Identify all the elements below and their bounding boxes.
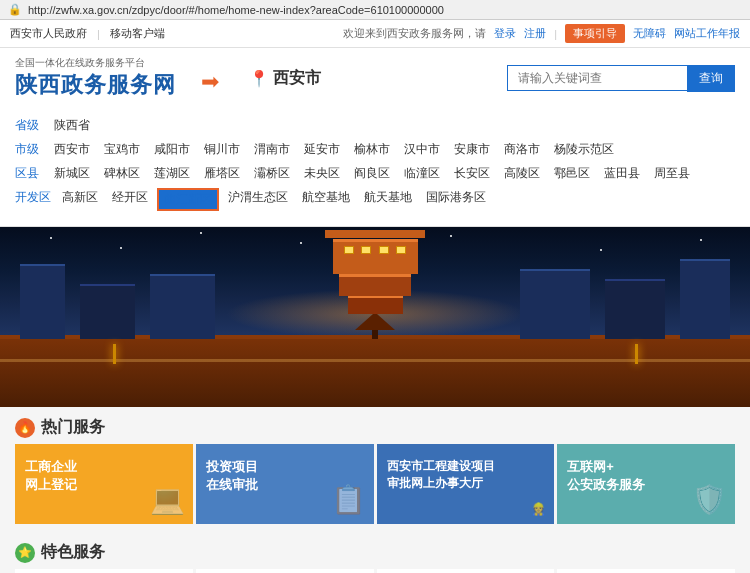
dev-intl-port[interactable]: 国际港务区 bbox=[421, 188, 491, 211]
top-nav-right: 欢迎来到西安政务服务网，请 登录 注册 | 事项引导 无障碍 网站工作年报 bbox=[343, 24, 740, 43]
shield-icon: 🛡️ bbox=[692, 483, 727, 516]
district-lantian[interactable]: 蓝田县 bbox=[599, 164, 645, 183]
dev-huwei[interactable]: 沪渭生态区 bbox=[223, 188, 293, 211]
gov-link[interactable]: 西安市人民政府 bbox=[10, 26, 87, 41]
star bbox=[450, 235, 452, 237]
register-link[interactable]: 注册 bbox=[524, 26, 546, 41]
dev-aerospace[interactable]: 航天基地 bbox=[359, 188, 417, 211]
star bbox=[120, 247, 122, 249]
browser-bar: 🔒 http://zwfw.xa.gov.cn/zdpyc/door/#/hom… bbox=[0, 0, 750, 20]
security-icon: 🔒 bbox=[8, 3, 22, 16]
city-yulin[interactable]: 榆林市 bbox=[349, 140, 395, 159]
special-services-title: 特色服务 bbox=[41, 542, 105, 563]
workers-icon: 👷 bbox=[531, 502, 546, 516]
no-barrier-link[interactable]: 无障碍 bbox=[633, 26, 666, 41]
star bbox=[300, 242, 302, 244]
city-selector[interactable]: 📍 西安市 bbox=[249, 68, 321, 89]
district-baqiao[interactable]: 灞桥区 bbox=[249, 164, 295, 183]
district-beilin[interactable]: 碑林区 bbox=[99, 164, 145, 183]
service-card-investment[interactable]: 投资项目在线审批 📋 bbox=[196, 444, 374, 524]
city-xianyang[interactable]: 咸阳市 bbox=[149, 140, 195, 159]
city-row: 市级 西安市 宝鸡市 咸阳市 铜川市 渭南市 延安市 榆林市 汉中市 安康市 商… bbox=[15, 140, 735, 159]
building-right bbox=[520, 269, 590, 339]
search-input[interactable] bbox=[507, 65, 687, 91]
province-items: 陕西省 bbox=[49, 116, 95, 135]
nav-separator: | bbox=[97, 28, 100, 40]
district-label: 区县 bbox=[15, 164, 43, 182]
search-bar: 查询 bbox=[507, 65, 735, 92]
city-label: 市级 bbox=[15, 140, 43, 158]
building-mid-left bbox=[80, 284, 135, 339]
hot-services-grid: 工商企业网上登记 💻 投资项目在线审批 📋 西安市工程建设项目审批网上办事大厅 … bbox=[0, 444, 750, 532]
service-card-internet-plus-title: 互联网+公安政务服务 bbox=[567, 458, 645, 494]
province-row: 省级 陕西省 bbox=[15, 116, 735, 135]
dev-row: 开发区 高新区 经开区 曲江新区 沪渭生态区 航空基地 航天基地 国际港务区 bbox=[15, 188, 735, 211]
special-services-grid: new 利企便民政策一码通 📖 一件事一次办 📄 出入境证件便利化服务 ✈️ 跑… bbox=[0, 569, 750, 573]
dev-qujiang[interactable]: 曲江新区 bbox=[157, 188, 219, 211]
city-yangling[interactable]: 杨陵示范区 bbox=[549, 140, 619, 159]
district-yanta[interactable]: 雁塔区 bbox=[199, 164, 245, 183]
special-card-policy[interactable]: new 利企便民政策一码通 📖 bbox=[15, 569, 193, 573]
service-card-internet-plus[interactable]: 互联网+公安政务服务 🛡️ bbox=[557, 444, 735, 524]
district-huyi[interactable]: 鄠邑区 bbox=[549, 164, 595, 183]
district-zhouzhi[interactable]: 周至县 bbox=[649, 164, 695, 183]
special-card-border[interactable]: 出入境证件便利化服务 ✈️ bbox=[377, 569, 555, 573]
hot-services-icon: 🔥 bbox=[15, 418, 35, 438]
city-baoji[interactable]: 宝鸡市 bbox=[99, 140, 145, 159]
special-services-icon: ⭐ bbox=[15, 543, 35, 563]
district-lintong[interactable]: 临潼区 bbox=[399, 164, 445, 183]
header: 全国一体化在线政务服务平台 陕西政务服务网 ➡ 📍 西安市 查询 bbox=[0, 48, 750, 108]
annual-report-link[interactable]: 网站工作年报 bbox=[674, 26, 740, 41]
city-weinan[interactable]: 渭南市 bbox=[249, 140, 295, 159]
dev-gaoxin[interactable]: 高新区 bbox=[57, 188, 103, 211]
hot-services-title: 热门服务 bbox=[41, 417, 105, 438]
service-card-business-title: 工商企业网上登记 bbox=[25, 458, 77, 494]
site-name: 陕西政务服务网 bbox=[15, 70, 176, 100]
city-tongchuan[interactable]: 铜川市 bbox=[199, 140, 245, 159]
search-button[interactable]: 查询 bbox=[687, 65, 735, 92]
welcome-text: 欢迎来到西安政务服务网，请 bbox=[343, 26, 486, 41]
district-yanliang[interactable]: 阎良区 bbox=[349, 164, 395, 183]
doc-icon: 📋 bbox=[331, 483, 366, 516]
province-label: 省级 bbox=[15, 116, 43, 134]
dev-aviation[interactable]: 航空基地 bbox=[297, 188, 355, 211]
star bbox=[600, 249, 602, 251]
city-yanan[interactable]: 延安市 bbox=[299, 140, 345, 159]
special-card-onestop[interactable]: 一件事一次办 📄 bbox=[196, 569, 374, 573]
building-mid-right bbox=[605, 279, 665, 339]
district-row: 区县 新城区 碑林区 莲湖区 雁塔区 灞桥区 未央区 阎良区 临潼区 长安区 高… bbox=[15, 164, 735, 183]
special-card-trips[interactable]: 跑动次数清单 🏃 bbox=[557, 569, 735, 573]
service-card-construction-title: 西安市工程建设项目审批网上办事大厅 bbox=[387, 458, 495, 492]
city-shangluo[interactable]: 商洛市 bbox=[499, 140, 545, 159]
site-logo: 全国一体化在线政务服务平台 陕西政务服务网 bbox=[15, 56, 176, 100]
district-changan[interactable]: 长安区 bbox=[449, 164, 495, 183]
location-pin-icon: 📍 bbox=[249, 69, 269, 88]
star bbox=[50, 237, 52, 239]
district-xincheng[interactable]: 新城区 bbox=[49, 164, 95, 183]
service-card-business[interactable]: 工商企业网上登记 💻 bbox=[15, 444, 193, 524]
district-items: 新城区 碑林区 莲湖区 雁塔区 灞桥区 未央区 阎良区 临潼区 长安区 高陵区 … bbox=[49, 164, 695, 183]
district-gaoling[interactable]: 高陵区 bbox=[499, 164, 545, 183]
login-link[interactable]: 登录 bbox=[494, 26, 516, 41]
district-lianhu[interactable]: 莲湖区 bbox=[149, 164, 195, 183]
dev-label: 开发区 bbox=[15, 188, 51, 206]
service-card-construction[interactable]: 西安市工程建设项目审批网上办事大厅 👷 bbox=[377, 444, 555, 524]
laptop-icon: 💻 bbox=[150, 483, 185, 516]
hero-road bbox=[0, 339, 750, 407]
dev-jingkai[interactable]: 经开区 bbox=[107, 188, 153, 211]
region-selector: 省级 陕西省 市级 西安市 宝鸡市 咸阳市 铜川市 渭南市 延安市 榆林市 汉中… bbox=[0, 108, 750, 227]
building-far-left bbox=[20, 264, 65, 339]
special-services-header: ⭐ 特色服务 bbox=[0, 532, 750, 569]
dev-items: 高新区 经开区 曲江新区 沪渭生态区 航空基地 航天基地 国际港务区 bbox=[57, 188, 491, 211]
mobile-link[interactable]: 移动客户端 bbox=[110, 26, 165, 41]
divider: | bbox=[554, 28, 557, 40]
district-weiyang[interactable]: 未央区 bbox=[299, 164, 345, 183]
city-xian[interactable]: 西安市 bbox=[49, 140, 95, 159]
star bbox=[200, 232, 202, 234]
city-hanzhong[interactable]: 汉中市 bbox=[399, 140, 445, 159]
service-card-investment-title: 投资项目在线审批 bbox=[206, 458, 258, 494]
event-guide-btn[interactable]: 事项引导 bbox=[565, 24, 625, 43]
city-ankang[interactable]: 安康市 bbox=[449, 140, 495, 159]
arrow-icon: ➡ bbox=[201, 69, 219, 95]
province-item-shaanxi[interactable]: 陕西省 bbox=[49, 116, 95, 135]
